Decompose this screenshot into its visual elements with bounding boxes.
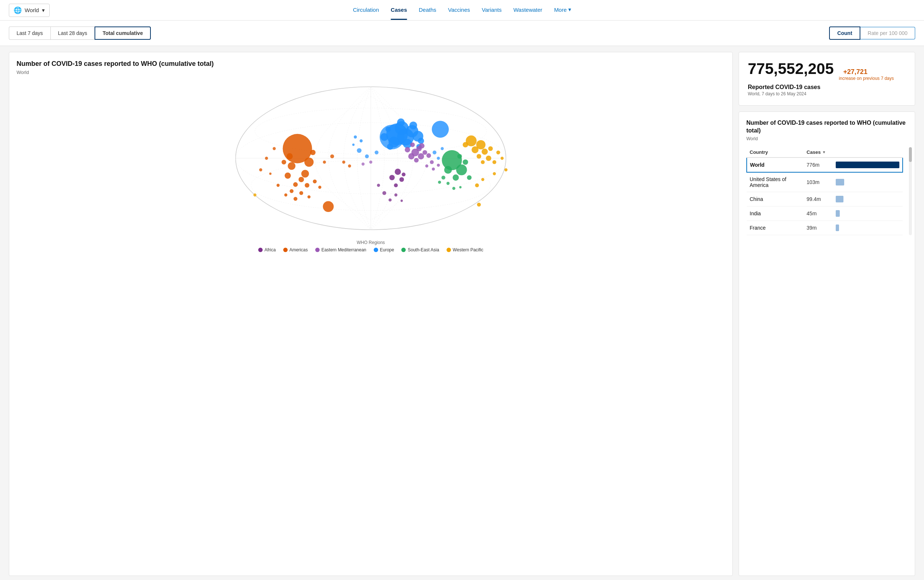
table-row[interactable]: United States of America 103m <box>747 172 903 192</box>
svg-point-97 <box>437 164 440 167</box>
svg-point-96 <box>430 160 434 165</box>
map-visualization <box>16 81 725 236</box>
svg-point-69 <box>467 176 472 180</box>
table-card: Number of COVID-19 cases reported to WHO… <box>738 112 915 576</box>
svg-point-33 <box>395 169 401 175</box>
cases-column-header: Cases ▼ <box>804 147 833 158</box>
svg-point-31 <box>404 147 410 153</box>
table-row[interactable]: China 99.4m <box>747 192 903 206</box>
country-cell: India <box>747 206 804 221</box>
svg-point-108 <box>441 176 446 180</box>
tab-more[interactable]: More ▾ <box>554 0 571 20</box>
svg-point-32 <box>410 142 415 147</box>
tab-wastewater[interactable]: Wastewater <box>513 1 543 20</box>
svg-point-55 <box>310 150 316 155</box>
increase-label: increase on previous 7 days <box>839 76 894 81</box>
table-title: Number of COVID-19 cases reported to WHO… <box>746 119 908 135</box>
table-row[interactable]: France 39m <box>747 221 903 235</box>
country-column-header: Country <box>747 147 804 158</box>
svg-point-112 <box>459 186 461 188</box>
scrollbar-track[interactable] <box>909 147 912 235</box>
country-cell: France <box>747 221 804 235</box>
svg-point-46 <box>290 189 294 193</box>
table-row[interactable]: India 45m <box>747 206 903 221</box>
svg-point-88 <box>357 148 362 153</box>
scrollbar-thumb[interactable] <box>909 147 912 162</box>
chevron-down-icon-more: ▾ <box>568 6 571 13</box>
chevron-down-icon: ▾ <box>42 7 45 13</box>
svg-point-39 <box>304 158 313 167</box>
tab-deaths[interactable]: Deaths <box>419 1 437 20</box>
africa-dot <box>258 248 263 252</box>
bar-cell <box>833 158 903 172</box>
tab-circulation[interactable]: Circulation <box>353 1 379 20</box>
svg-point-29 <box>419 143 424 149</box>
table-row[interactable]: World 776m <box>747 158 903 172</box>
country-cell: World <box>747 158 804 172</box>
svg-point-106 <box>401 200 403 202</box>
svg-point-53 <box>276 184 280 187</box>
svg-point-90 <box>375 150 379 155</box>
count-toggle-group: Count Rate per 100 000 <box>829 26 915 40</box>
svg-point-107 <box>377 184 380 187</box>
svg-point-58 <box>259 168 262 171</box>
svg-point-15 <box>409 122 417 130</box>
tab-variants[interactable]: Variants <box>482 1 502 20</box>
tab-total-cumulative[interactable]: Total cumulative <box>95 26 151 40</box>
cases-cell: 99.4m <box>804 192 833 206</box>
svg-point-47 <box>299 191 304 195</box>
svg-point-57 <box>265 157 268 160</box>
eastern-med-label: Eastern Mediterranean <box>322 247 367 252</box>
svg-point-59 <box>269 173 271 175</box>
legend-americas: Americas <box>283 247 308 252</box>
svg-point-89 <box>365 155 369 158</box>
sort-arrow-icon: ▼ <box>822 150 826 154</box>
svg-point-86 <box>504 168 507 171</box>
svg-point-82 <box>481 160 485 165</box>
bar-cell <box>833 221 903 235</box>
svg-point-68 <box>463 160 468 165</box>
svg-point-80 <box>496 150 500 155</box>
rate-button[interactable]: Rate per 100 000 <box>860 27 915 40</box>
bar-cell <box>833 172 903 192</box>
svg-point-37 <box>402 173 406 177</box>
svg-point-60 <box>273 147 276 150</box>
tab-last-7-days[interactable]: Last 7 days <box>9 26 50 40</box>
svg-point-62 <box>323 161 326 164</box>
tab-last-28-days[interactable]: Last 28 days <box>50 26 95 40</box>
stats-number: 775,552,205 <box>748 61 834 77</box>
country-cell: China <box>747 192 804 206</box>
svg-point-52 <box>318 186 321 189</box>
legend-africa: Africa <box>258 247 276 252</box>
bar-column-header <box>833 147 903 158</box>
svg-point-81 <box>501 157 503 160</box>
svg-point-50 <box>284 194 287 196</box>
africa-label: Africa <box>265 247 276 252</box>
legend-south-east-asia: South-East Asia <box>401 247 439 252</box>
tab-cases[interactable]: Cases <box>391 1 407 20</box>
svg-point-61 <box>330 155 334 158</box>
count-button[interactable]: Count <box>829 26 860 40</box>
svg-point-99 <box>432 168 435 171</box>
svg-point-91 <box>369 161 372 164</box>
legend-europe: Europe <box>374 247 394 252</box>
svg-point-109 <box>438 181 441 184</box>
right-panel: 775,552,205 +27,721 increase on previous… <box>738 52 915 576</box>
tab-vaccines[interactable]: Vaccines <box>448 1 470 20</box>
stats-increase: +27,721 <box>843 68 894 76</box>
svg-point-83 <box>493 172 496 175</box>
svg-point-28 <box>414 158 419 163</box>
main-content: Number of COVID-19 cases reported to WHO… <box>0 46 924 580</box>
world-selector-button[interactable]: 🌐 World ▾ <box>9 4 50 17</box>
table-scroll-container[interactable]: Country Cases ▼ <box>746 147 908 235</box>
world-map-svg <box>16 81 725 236</box>
svg-point-85 <box>481 178 484 181</box>
globe-icon: 🌐 <box>13 6 22 14</box>
table-subtitle: World <box>746 136 908 141</box>
bar-cell <box>833 192 903 206</box>
stats-number-row: 775,552,205 +27,721 increase on previous… <box>748 61 906 81</box>
svg-point-104 <box>388 199 391 202</box>
svg-point-22 <box>432 121 449 138</box>
western-pacific-dot <box>447 248 451 252</box>
svg-point-114 <box>360 140 363 142</box>
